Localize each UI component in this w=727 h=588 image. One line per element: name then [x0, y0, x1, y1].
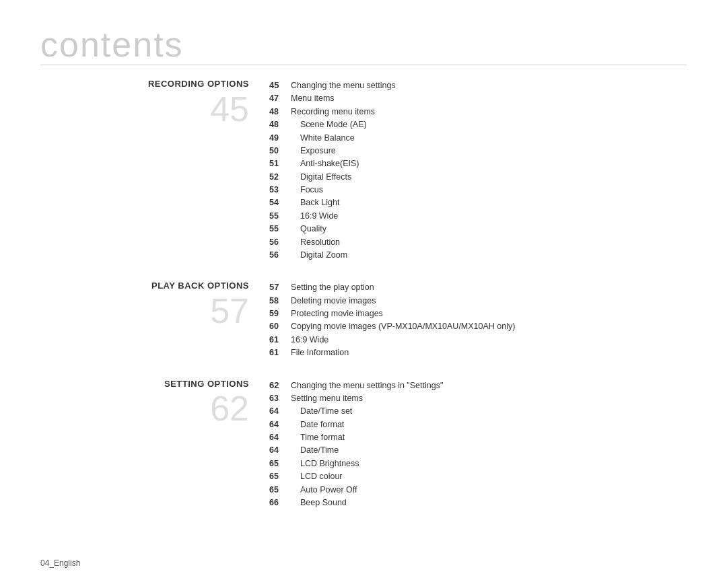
entry-num: 61 [269, 334, 291, 346]
entry-text: Setting menu items [291, 392, 363, 405]
entry-setting-options-0: 62Changing the menu settings in "Setting… [269, 379, 687, 392]
entry-num: 60 [269, 320, 291, 333]
entry-recording-options-3: 48Scene Mode (AE) [269, 118, 687, 131]
entry-num: 56 [269, 249, 291, 262]
entry-recording-options-7: 52Digital Effects [269, 171, 687, 184]
entry-num: 48 [269, 106, 291, 118]
entry-play-back-options-4: 6116:9 Wide [269, 334, 687, 346]
entry-text: Changing the menu settings [291, 79, 396, 92]
entry-setting-options-8: 65Auto Power Off [269, 484, 687, 497]
entry-setting-options-3: 64Date format [269, 418, 687, 431]
entry-text: Date format [291, 418, 344, 431]
entry-setting-options-4: 64Time format [269, 431, 687, 444]
title-divider [40, 65, 687, 65]
entry-num: 58 [269, 295, 291, 307]
entry-play-back-options-3: 60Copying movie images (VP-MX10A/MX10AU/… [269, 320, 687, 333]
entry-num: 64 [269, 405, 291, 418]
entry-text: Exposure [291, 145, 336, 157]
entry-num: 62 [269, 379, 291, 392]
entry-text: Menu items [291, 92, 335, 105]
section-number-setting-options: 62 [40, 391, 249, 426]
section-number-play-back-options: 57 [40, 293, 249, 328]
entry-num: 59 [269, 307, 291, 320]
entry-play-back-options-0: 57Setting the play option [269, 281, 687, 294]
entry-num: 56 [269, 236, 291, 249]
content-area: RECORDING OPTIONS4545Changing the menu s… [40, 79, 687, 528]
entry-num: 66 [269, 497, 291, 509]
entry-num: 52 [269, 171, 291, 184]
section-title-play-back-options: PLAY BACK OPTIONS [40, 281, 249, 292]
entry-text: Scene Mode (AE) [291, 118, 367, 131]
entry-play-back-options-5: 61File Information [269, 346, 687, 359]
entry-text: File Information [291, 346, 349, 359]
entry-num: 47 [269, 92, 291, 105]
entry-text: 16:9 Wide [291, 334, 328, 346]
entry-recording-options-4: 49White Balance [269, 132, 687, 145]
entry-text: Focus [291, 184, 323, 196]
footer: 04_English [40, 558, 80, 568]
section-play-back-options: PLAY BACK OPTIONS5757Setting the play op… [40, 281, 687, 359]
section-right-setting-options: 62Changing the menu settings in "Setting… [269, 379, 687, 510]
entry-num: 53 [269, 184, 291, 196]
entry-text: Changing the menu settings in "Settings" [291, 379, 443, 392]
entry-num: 65 [269, 457, 291, 470]
entry-num: 54 [269, 196, 291, 209]
entry-recording-options-13: 56Digital Zoom [269, 249, 687, 262]
entry-num: 61 [269, 346, 291, 359]
entry-setting-options-6: 65LCD Brightness [269, 457, 687, 470]
entry-recording-options-6: 51Anti-shake(EIS) [269, 157, 687, 170]
entry-num: 64 [269, 444, 291, 457]
section-title-recording-options: RECORDING OPTIONS [40, 79, 249, 90]
entry-text: Digital Zoom [291, 249, 347, 262]
entry-num: 45 [269, 79, 291, 92]
entry-num: 55 [269, 210, 291, 223]
entry-text: Quality [291, 223, 326, 235]
page: contents RECORDING OPTIONS4545Changing t… [0, 0, 727, 588]
section-left-play-back-options: PLAY BACK OPTIONS57 [40, 281, 269, 359]
entry-text: White Balance [291, 132, 355, 145]
entry-num: 65 [269, 470, 291, 483]
entry-recording-options-11: 55Quality [269, 223, 687, 235]
entry-text: Digital Effects [291, 171, 351, 184]
section-left-recording-options: RECORDING OPTIONS45 [40, 79, 269, 262]
entry-setting-options-7: 65LCD colour [269, 470, 687, 483]
entry-num: 55 [269, 223, 291, 235]
entry-num: 57 [269, 281, 291, 294]
entry-num: 64 [269, 418, 291, 431]
entry-text: Date/Time [291, 444, 339, 457]
entry-text: Protecting movie images [291, 307, 383, 320]
entry-text: Deleting movie images [291, 295, 376, 307]
entry-recording-options-5: 50Exposure [269, 145, 687, 157]
entry-text: Time format [291, 431, 345, 444]
entry-text: Setting the play option [291, 281, 374, 294]
entry-recording-options-8: 53Focus [269, 184, 687, 196]
entry-recording-options-0: 45Changing the menu settings [269, 79, 687, 92]
entry-setting-options-9: 66Beep Sound [269, 497, 687, 509]
entry-text: LCD Brightness [291, 457, 359, 470]
entry-recording-options-10: 5516:9 Wide [269, 210, 687, 223]
entry-num: 64 [269, 431, 291, 444]
section-title-setting-options: SETTING OPTIONS [40, 379, 249, 390]
entry-recording-options-9: 54Back Light [269, 196, 687, 209]
entry-num: 49 [269, 132, 291, 145]
entry-num: 51 [269, 157, 291, 170]
entry-text: Recording menu items [291, 106, 375, 118]
entry-text: Auto Power Off [291, 484, 357, 497]
section-number-recording-options: 45 [40, 91, 249, 126]
entry-num: 63 [269, 392, 291, 405]
entry-text: Beep Sound [291, 497, 347, 509]
entry-setting-options-5: 64Date/Time [269, 444, 687, 457]
entry-text: LCD colour [291, 470, 343, 483]
entry-recording-options-2: 48Recording menu items [269, 106, 687, 118]
entry-play-back-options-2: 59Protecting movie images [269, 307, 687, 320]
entry-text: Copying movie images (VP-MX10A/MX10AU/MX… [291, 320, 515, 333]
entry-recording-options-12: 56Resolution [269, 236, 687, 249]
entry-num: 65 [269, 484, 291, 497]
entry-recording-options-1: 47Menu items [269, 92, 687, 105]
entry-text: Date/Time set [291, 405, 352, 418]
section-right-recording-options: 45Changing the menu settings47Menu items… [269, 79, 687, 262]
entry-text: Back Light [291, 196, 339, 209]
section-left-setting-options: SETTING OPTIONS62 [40, 379, 269, 510]
entry-setting-options-2: 64Date/Time set [269, 405, 687, 418]
section-recording-options: RECORDING OPTIONS4545Changing the menu s… [40, 79, 687, 262]
